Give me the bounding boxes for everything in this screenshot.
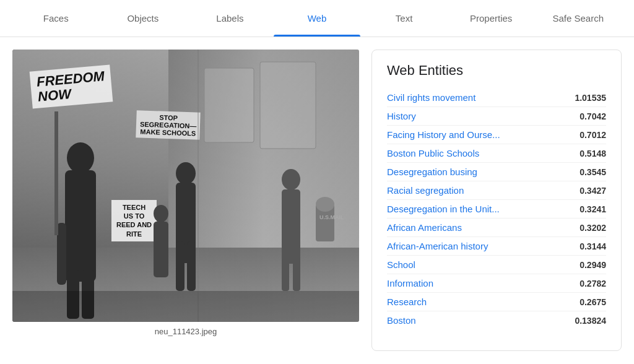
entity-row: History0.7042 bbox=[387, 107, 606, 126]
entity-link[interactable]: Racial segregation bbox=[387, 185, 555, 196]
sign-stop: STOPSEGREGATION—MAKE SCHOOLS bbox=[136, 110, 201, 140]
entity-link[interactable]: African Americans bbox=[387, 222, 555, 233]
sign-freedom: FREEDOMNOW bbox=[30, 64, 113, 108]
entity-row: Desegregation busing0.3545 bbox=[387, 163, 606, 181]
main-content: FREEDOMNOW STOPSEGREGATION—MAKE SCHOOLS … bbox=[0, 37, 634, 363]
tab-properties[interactable]: Properties bbox=[448, 0, 535, 37]
entity-score: 0.3144 bbox=[563, 241, 606, 251]
entity-row: Research0.2675 bbox=[387, 293, 606, 311]
entity-score: 0.2949 bbox=[563, 260, 606, 270]
entity-score: 1.01535 bbox=[563, 93, 606, 103]
tab-bar: Faces Objects Labels Web Text Properties… bbox=[0, 0, 634, 37]
entity-row: African Americans0.3202 bbox=[387, 219, 606, 237]
entity-score: 0.2675 bbox=[563, 297, 606, 307]
entity-row: Civil rights movement1.01535 bbox=[387, 89, 606, 107]
entities-panel: Web Entities Civil rights movement1.0153… bbox=[371, 50, 622, 351]
entities-list: Civil rights movement1.01535History0.704… bbox=[387, 89, 606, 329]
entity-link[interactable]: Facing History and Ourse... bbox=[387, 129, 555, 140]
entity-link[interactable]: African-American history bbox=[387, 241, 555, 251]
entity-row: Racial segregation0.3427 bbox=[387, 181, 606, 200]
entity-link[interactable]: Civil rights movement bbox=[387, 92, 555, 103]
entity-link[interactable]: Research bbox=[387, 297, 555, 307]
tab-web[interactable]: Web bbox=[274, 0, 361, 37]
entity-row: Desegregation in the Unit...0.3241 bbox=[387, 200, 606, 219]
entity-score: 0.3545 bbox=[563, 167, 606, 177]
sign-teach: TEECHUS TOREED ANDRITE bbox=[111, 200, 157, 241]
image-scene: FREEDOMNOW STOPSEGREGATION—MAKE SCHOOLS … bbox=[12, 50, 359, 322]
tab-objects[interactable]: Objects bbox=[100, 0, 187, 37]
entity-row: Facing History and Ourse...0.7012 bbox=[387, 126, 606, 144]
entity-row: Boston Public Schools0.5148 bbox=[387, 144, 606, 163]
entity-link[interactable]: History bbox=[387, 111, 555, 121]
tab-text[interactable]: Text bbox=[360, 0, 448, 37]
entity-row: School0.2949 bbox=[387, 256, 606, 274]
entity-row: Boston0.13824 bbox=[387, 311, 606, 329]
entity-score: 0.3202 bbox=[563, 223, 606, 233]
entity-score: 0.3241 bbox=[563, 204, 606, 214]
image-container: FREEDOMNOW STOPSEGREGATION—MAKE SCHOOLS … bbox=[12, 50, 359, 322]
image-filename: neu_111423.jpeg bbox=[155, 327, 217, 336]
tab-safe-search[interactable]: Safe Search bbox=[534, 0, 622, 37]
entity-link[interactable]: Boston Public Schools bbox=[387, 148, 555, 158]
entity-score: 0.7042 bbox=[563, 111, 606, 121]
entities-title: Web Entities bbox=[387, 63, 606, 79]
entity-link[interactable]: Boston bbox=[387, 315, 555, 326]
entity-link[interactable]: Desegregation busing bbox=[387, 167, 555, 177]
image-area: FREEDOMNOW STOPSEGREGATION—MAKE SCHOOLS … bbox=[12, 50, 359, 351]
entity-score: 0.5148 bbox=[563, 149, 606, 158]
entity-score: 0.2782 bbox=[563, 279, 606, 288]
entity-score: 0.3427 bbox=[563, 186, 606, 196]
entity-score: 0.13824 bbox=[563, 316, 606, 326]
entity-row: Information0.2782 bbox=[387, 274, 606, 293]
entity-row: African-American history0.3144 bbox=[387, 237, 606, 256]
tab-faces[interactable]: Faces bbox=[12, 0, 100, 37]
entity-link[interactable]: Desegregation in the Unit... bbox=[387, 204, 555, 214]
entity-score: 0.7012 bbox=[563, 130, 606, 140]
tab-labels[interactable]: Labels bbox=[186, 0, 274, 37]
entity-link[interactable]: Information bbox=[387, 278, 555, 288]
entity-link[interactable]: School bbox=[387, 259, 555, 270]
